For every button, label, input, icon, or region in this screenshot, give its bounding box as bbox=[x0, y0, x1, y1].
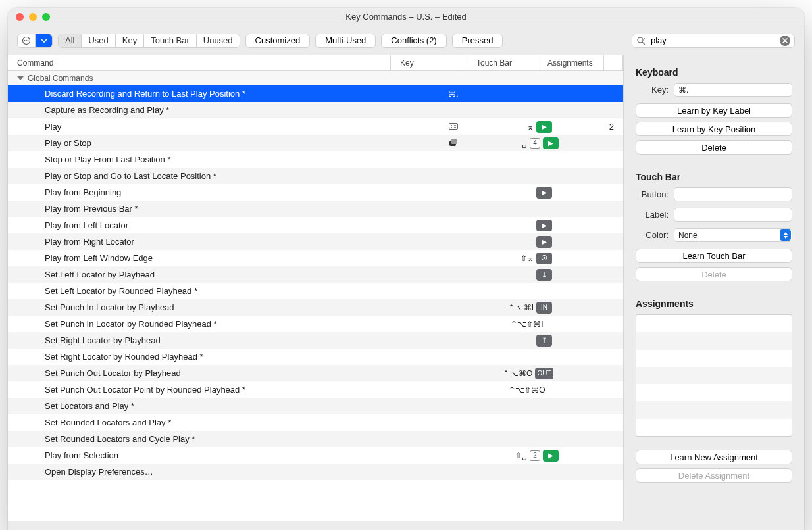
touchbar-badge-icon: ⦿ bbox=[536, 253, 552, 264]
key-field[interactable]: ⌘. bbox=[674, 83, 792, 97]
list-item[interactable] bbox=[636, 350, 792, 367]
table-row[interactable]: Set Right Locator by Playhead⤒ bbox=[8, 332, 623, 349]
filter-all[interactable]: All bbox=[59, 34, 82, 47]
list-item[interactable] bbox=[636, 384, 792, 401]
column-header-command[interactable]: Command bbox=[8, 55, 391, 70]
filter-unused[interactable]: Unused bbox=[197, 34, 240, 47]
list-item[interactable] bbox=[636, 419, 792, 436]
command-label: Play from Previous Bar * bbox=[8, 204, 415, 214]
learn-by-key-label-button[interactable]: Learn by Key Label bbox=[636, 103, 792, 118]
table-row[interactable]: Capture as Recording and Play * bbox=[8, 102, 623, 118]
command-label: Set Punch In Locator by Rounded Playhead… bbox=[8, 319, 415, 329]
column-header-touchbar[interactable]: Touch Bar bbox=[467, 55, 538, 70]
table-row[interactable]: Set Punch In Locator by Playhead⌃⌥⌘IIN bbox=[8, 299, 623, 316]
table-row[interactable]: Play or Stop and Go to Last Locate Posit… bbox=[8, 168, 623, 184]
count-badge: 4 bbox=[530, 138, 540, 149]
table-row[interactable]: Play from Left Window Edge⇧⌅⦿ bbox=[8, 250, 623, 266]
list-item[interactable] bbox=[636, 315, 792, 332]
assignments-cell: 2 bbox=[563, 122, 623, 132]
search-input[interactable] bbox=[649, 35, 776, 46]
assignments-list[interactable] bbox=[636, 314, 792, 437]
table-row[interactable]: Play from Selection⇧␣2▶ bbox=[8, 447, 623, 464]
table-row[interactable]: Set Punch Out Locator Point by Rounded P… bbox=[8, 381, 623, 398]
touchbar-color-select[interactable]: None bbox=[674, 228, 792, 242]
column-headers: Command Key Touch Bar Assignments bbox=[8, 55, 623, 71]
search-field[interactable] bbox=[632, 34, 795, 48]
multi-used-button[interactable]: Multi-Used bbox=[315, 34, 376, 48]
table-row[interactable]: Play or Stop␣4▶ bbox=[8, 135, 623, 151]
table-row[interactable]: Set Left Locator by Rounded Playhead * bbox=[8, 283, 623, 299]
keyboard-section-title: Keyboard bbox=[636, 67, 792, 78]
list-item[interactable] bbox=[636, 401, 792, 418]
learn-touch-bar-button[interactable]: Learn Touch Bar bbox=[636, 249, 792, 263]
conflicts-button[interactable]: Conflicts (2) bbox=[381, 34, 446, 48]
list-item[interactable] bbox=[636, 332, 792, 349]
footer bbox=[8, 521, 804, 530]
touchbar-button-field[interactable] bbox=[674, 187, 792, 201]
table-row[interactable]: Play from Left Locator▶ bbox=[8, 217, 623, 233]
group-row[interactable]: Global Commands bbox=[8, 71, 623, 85]
touchbar-key-text: ␣ bbox=[495, 139, 527, 148]
command-label: Set Punch Out Locator Point by Rounded P… bbox=[8, 385, 415, 395]
touchbar-key-text: ⇧␣ bbox=[495, 451, 527, 460]
table-row[interactable]: Set Rounded Locators and Play * bbox=[8, 414, 623, 431]
pressed-button[interactable]: Pressed bbox=[452, 34, 503, 48]
touchbar-key-text: ⌃⌥⇧⌘I bbox=[511, 320, 543, 329]
table-row[interactable]: Set Right Locator by Rounded Playhead * bbox=[8, 349, 623, 365]
filter-touch-bar[interactable]: Touch Bar bbox=[144, 34, 197, 47]
filter-key[interactable]: Key bbox=[116, 34, 144, 47]
touchbar-badge-icon: OUT bbox=[535, 368, 553, 379]
table-row[interactable]: Set Punch Out Locator by Playhead⌃⌥⌘OOUT bbox=[8, 365, 623, 381]
command-label: Set Rounded Locators and Play * bbox=[8, 418, 415, 427]
commands-list[interactable]: Global Commands Discard Recording and Re… bbox=[8, 71, 623, 521]
table-row[interactable]: Play⌅▶2 bbox=[8, 118, 623, 135]
touchbar-section-title: Touch Bar bbox=[636, 172, 792, 182]
column-header-assignments[interactable]: Assignments bbox=[538, 55, 604, 70]
minimize-icon[interactable] bbox=[29, 13, 37, 21]
command-label: Set Right Locator by Rounded Playhead * bbox=[8, 352, 415, 362]
table-row[interactable]: Set Punch In Locator by Rounded Playhead… bbox=[8, 316, 623, 332]
key-commands-window: Key Commands – U.S. – Edited AllUsedKeyT… bbox=[8, 8, 804, 530]
filter-used[interactable]: Used bbox=[82, 34, 115, 47]
inspector-panel: Keyboard Key: ⌘. Learn by Key Label Lear… bbox=[624, 55, 804, 521]
keyboard-delete-button[interactable]: Delete bbox=[636, 140, 792, 155]
table-row[interactable]: Play from Right Locator▶ bbox=[8, 233, 623, 250]
table-row[interactable]: Set Locators and Play * bbox=[8, 398, 623, 414]
close-icon[interactable] bbox=[16, 13, 24, 21]
learn-by-key-position-button[interactable]: Learn by Key Position bbox=[636, 122, 792, 136]
command-label: Play or Stop bbox=[8, 138, 415, 148]
touchbar-badge-icon: ▶ bbox=[536, 236, 552, 248]
clear-search-button[interactable] bbox=[780, 36, 790, 46]
command-label: Play or Stop and Go to Last Locate Posit… bbox=[8, 171, 415, 181]
learn-new-assignment-button[interactable]: Learn New Assignment bbox=[636, 450, 792, 464]
table-row[interactable]: Play from Beginning▶ bbox=[8, 184, 623, 201]
touchbar-cell: ▶ bbox=[492, 220, 563, 231]
touchbar-badge-icon: ▶ bbox=[536, 220, 552, 231]
disclosure-triangle-icon[interactable] bbox=[17, 76, 24, 80]
group-label: Global Commands bbox=[28, 74, 93, 83]
customized-button[interactable]: Customized bbox=[245, 34, 311, 48]
touchbar-label-label: Label: bbox=[636, 210, 669, 220]
touchbar-cell: ⇧⌅⦿ bbox=[492, 253, 563, 264]
options-menu-button[interactable] bbox=[17, 34, 53, 48]
list-item[interactable] bbox=[636, 367, 792, 384]
command-label: Play from Beginning bbox=[8, 187, 415, 197]
zoom-icon[interactable] bbox=[42, 13, 50, 21]
column-header-key[interactable]: Key bbox=[391, 55, 467, 70]
window-title: Key Commands – U.S. – Edited bbox=[345, 12, 467, 22]
table-row[interactable]: Play from Previous Bar * bbox=[8, 201, 623, 217]
filter-segmented-control[interactable]: AllUsedKeyTouch BarUnused bbox=[58, 34, 240, 48]
table-row[interactable]: Open Display Preferences… bbox=[8, 464, 623, 480]
table-row[interactable]: Stop or Play From Last Position * bbox=[8, 151, 623, 168]
key-cell bbox=[415, 138, 492, 148]
window-controls bbox=[16, 13, 50, 21]
key-cell bbox=[415, 122, 492, 132]
touchbar-key-text: ⇧⌅ bbox=[502, 254, 534, 263]
toolbar: AllUsedKeyTouch BarUnused Customized Mul… bbox=[8, 26, 804, 55]
touchbar-label-field[interactable] bbox=[674, 208, 792, 222]
command-label: Discard Recording and Return to Last Pla… bbox=[8, 89, 415, 99]
table-row[interactable]: Discard Recording and Return to Last Pla… bbox=[8, 85, 623, 102]
keypad-icon bbox=[449, 123, 458, 130]
table-row[interactable]: Set Rounded Locators and Cycle Play * bbox=[8, 431, 623, 447]
table-row[interactable]: Set Left Locator by Playhead⤓ bbox=[8, 266, 623, 283]
